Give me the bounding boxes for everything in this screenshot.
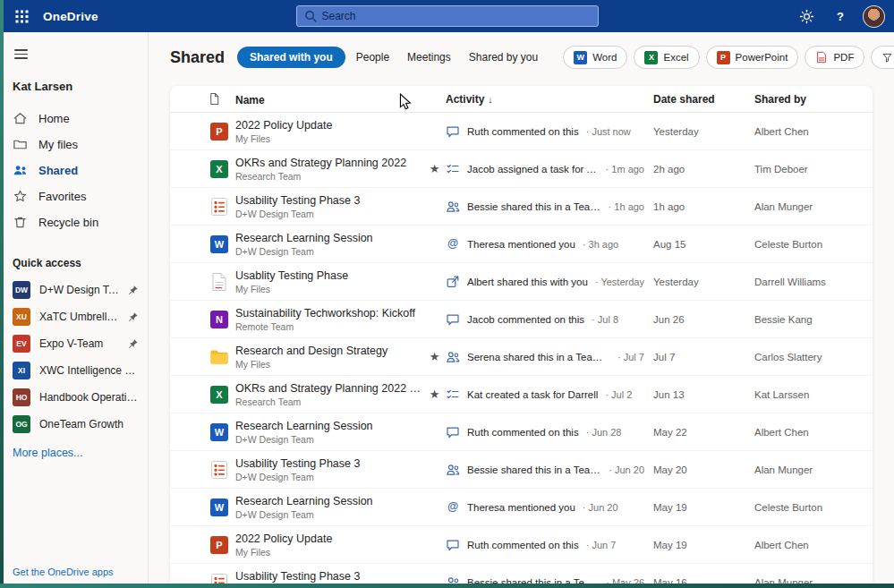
quick-access-item[interactable]: OG OneTeam Growth (13, 411, 148, 438)
table-row[interactable]: Sustainability Techworkshop: Kickoff Rem… (170, 301, 873, 338)
date-shared: Yesterday (653, 277, 754, 287)
table-row[interactable]: Research Learning Session D+W Design Tea… (170, 226, 873, 263)
table-row[interactable]: Research Learning Session D+W Design Tea… (170, 489, 873, 526)
pin-icon[interactable] (128, 311, 139, 322)
file-name[interactable]: OKRs and Strategy Planning 2022 (draft) (235, 382, 423, 395)
favorite-star-icon[interactable] (430, 388, 440, 400)
file-name[interactable]: Usability Testing Phase 3 (235, 570, 423, 583)
shared-by: Albert Chen (754, 540, 873, 550)
excel-file-icon (210, 386, 228, 404)
table-row[interactable]: OKRs and Strategy Planning 2022 Research… (170, 150, 873, 188)
shared-by: Celeste Burton (754, 502, 873, 513)
date-shared: May 19 (653, 502, 754, 513)
frame-edge-bottom (0, 584, 894, 588)
tab-people[interactable]: People (349, 47, 396, 68)
search-input[interactable] (322, 10, 591, 22)
main-content: Shared Shared with you People Meetings S… (149, 32, 894, 588)
file-name[interactable]: OKRs and Strategy Planning 2022 (235, 157, 423, 169)
word-filter-button[interactable]: Word (563, 46, 627, 69)
column-header-date-shared[interactable]: Date shared (653, 93, 715, 106)
file-name[interactable]: Research Learning Session (235, 495, 423, 507)
quick-access-item[interactable]: DW D+W Design Team (13, 277, 148, 303)
comment-icon (446, 124, 460, 139)
column-header-shared-by[interactable]: Shared by (754, 93, 806, 106)
file-name[interactable]: 2022 Policy Update (235, 533, 423, 545)
excel-filter-button[interactable]: Excel (634, 46, 699, 69)
table-row[interactable]: 2022 Policy Update My Files (170, 113, 873, 150)
pin-icon[interactable] (128, 285, 139, 295)
tab-shared-by-you[interactable]: Shared by you (462, 47, 545, 68)
folder-icon (209, 346, 230, 368)
shared-header: Shared Shared with you People Meetings S… (149, 32, 894, 72)
get-apps-link[interactable]: Get the OneDrive apps (13, 567, 114, 577)
search-bar[interactable] (296, 5, 599, 27)
sidebar-item-shared[interactable]: Shared (13, 158, 148, 183)
people-icon (446, 350, 460, 364)
word-file-icon (210, 235, 228, 253)
table-row[interactable]: Research Learning Session D+W Design Tea… (170, 413, 873, 451)
file-name[interactable]: Usablity Testing Phase (235, 269, 423, 282)
file-name[interactable]: Research and Design Strategy (235, 345, 423, 357)
task-icon (446, 388, 460, 402)
activity-time: Jul 2 (605, 389, 632, 400)
file-name[interactable]: Sustainability Techworkshop: Kickoff (235, 307, 423, 320)
favorite-star-icon[interactable] (430, 351, 440, 362)
filter-button[interactable]: Filter (871, 46, 894, 69)
user-avatar[interactable] (863, 5, 885, 28)
pin-icon[interactable] (128, 338, 139, 349)
activity-text: Kat created a task for Darrell (467, 389, 598, 400)
file-name[interactable]: Usability Testing Phase 3 (235, 457, 423, 470)
people-icon (13, 163, 28, 178)
menu-toggle-button[interactable] (14, 47, 28, 62)
activity-time: Jul 8 (592, 314, 618, 325)
settings-button[interactable] (795, 4, 818, 28)
sidebar-item-recycle-bin[interactable]: Recycle bin (13, 209, 148, 235)
table-row[interactable]: Research and Design Strategy My Files (170, 338, 873, 376)
activity-time: Just now (586, 126, 631, 137)
file-column-icon (208, 92, 221, 106)
app-launcher-button[interactable] (9, 4, 34, 29)
help-button[interactable]: ? (829, 4, 852, 28)
favorite-star-icon[interactable] (430, 163, 440, 175)
file-name[interactable]: Research Learning Session (235, 232, 423, 244)
shared-by: Albert Chen (754, 126, 873, 137)
quick-access-item[interactable]: XU XaTC Umbrella Crew (13, 303, 148, 330)
view-tabs: Shared with you People Meetings Shared b… (237, 47, 545, 68)
table-row[interactable]: 2022 Policy Update My Files (170, 526, 873, 564)
file-name[interactable]: Usability Testing Phase 3 (235, 194, 423, 207)
table-row[interactable]: Usability Testing Phase 3 D+W Design Tea… (170, 188, 873, 226)
star-icon (13, 189, 28, 204)
search-icon (304, 10, 317, 22)
sidebar-item-favorites[interactable]: Favorites (13, 183, 148, 209)
column-header-name[interactable]: Name (235, 94, 265, 107)
file-name[interactable]: 2022 Policy Update (235, 119, 423, 132)
sidebar-item-my-files[interactable]: My files (13, 132, 148, 158)
share-icon (446, 275, 460, 289)
more-places-link[interactable]: More places... (13, 447, 148, 459)
excel-icon (644, 51, 658, 64)
team-name: Expo V-Team (39, 337, 119, 350)
quick-access-item[interactable]: XI XWC Intelligence Team (13, 357, 148, 384)
table-row[interactable]: Usability Testing Phase 3 D+W Design Tea… (170, 451, 873, 489)
pdf-filter-button[interactable]: PDF (805, 46, 864, 69)
file-type-icon (208, 458, 231, 481)
column-header-activity[interactable]: Activity ↓ (446, 93, 493, 106)
sidebar-item-home[interactable]: Home (13, 106, 148, 132)
quick-access-item[interactable]: HO Handbook Operatives (13, 384, 148, 411)
tab-meetings[interactable]: Meetings (400, 47, 458, 68)
table-row[interactable]: OKRs and Strategy Planning 2022 (draft) … (170, 376, 873, 413)
tab-shared-with-you[interactable]: Shared with you (237, 47, 345, 68)
waffle-icon (15, 10, 29, 23)
quick-access-item[interactable]: EV Expo V-Team (13, 330, 148, 357)
table-row[interactable]: Usablity Testing Phase My Files (170, 263, 873, 301)
team-avatar: XU (13, 308, 30, 326)
file-type-icon (208, 383, 231, 406)
sidebar-nav: Home My files Shared (13, 106, 148, 235)
shared-by: Alan Munger (754, 201, 873, 212)
team-avatar: XI (13, 362, 30, 379)
powerpoint-filter-button[interactable]: PowerPoint (706, 46, 799, 69)
file-name[interactable]: Research Learning Session (235, 420, 423, 432)
activity-icon (446, 162, 460, 176)
mention-icon (447, 238, 458, 250)
shared-by: Alan Munger (754, 464, 873, 475)
